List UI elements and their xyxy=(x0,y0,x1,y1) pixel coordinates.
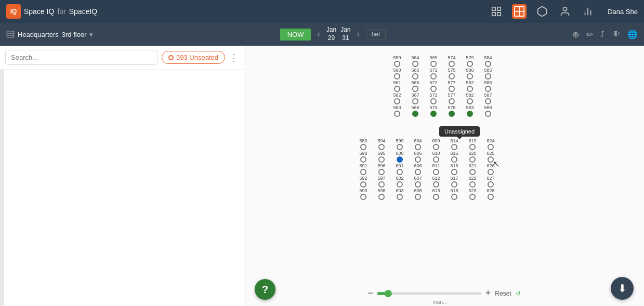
seat-item[interactable]: 627 xyxy=(483,176,498,188)
seat-item[interactable]: 594 xyxy=(374,138,389,150)
seat-label: 603 xyxy=(396,188,403,193)
zoom-slider[interactable] xyxy=(377,292,481,295)
seat-item[interactable]: 624 xyxy=(483,138,498,150)
unseated-badge[interactable]: 593 Unseated xyxy=(162,51,225,64)
seat-item[interactable]: 583 xyxy=(463,105,477,117)
seat-item[interactable]: 601 xyxy=(392,163,407,175)
seat-item[interactable]: 615 xyxy=(447,151,462,163)
seat-item[interactable]: 590 xyxy=(356,151,371,163)
seat-item[interactable]: 577 xyxy=(444,92,459,104)
seat-label: 587 xyxy=(484,92,492,98)
seat-item[interactable]: 588 xyxy=(481,105,495,117)
floor-dropdown-icon[interactable]: ▾ xyxy=(89,31,93,38)
box-icon[interactable] xyxy=(535,4,549,19)
share-tool-icon[interactable]: ⤴ xyxy=(600,30,604,39)
map-area[interactable]: 5595645695745795845605655715755805855615… xyxy=(244,46,644,306)
seat-item[interactable]: 605 xyxy=(411,151,425,163)
seat-item[interactable]: 561 xyxy=(390,80,404,92)
seat-item[interactable]: 566 xyxy=(408,80,423,92)
person-icon[interactable] xyxy=(558,4,572,19)
seat-item[interactable]: 610 xyxy=(429,151,443,163)
seat-item[interactable]: 620 xyxy=(465,151,480,163)
now-button[interactable]: NOW xyxy=(280,29,311,41)
seat-item[interactable]: 574 xyxy=(444,55,459,67)
seat-item[interactable]: 592 xyxy=(356,176,371,188)
seat-item[interactable]: 562 xyxy=(390,92,404,104)
seat-item[interactable]: 618 xyxy=(447,188,462,200)
seat-item[interactable]: 616 xyxy=(447,163,462,175)
seat-item[interactable]: 568 xyxy=(408,105,423,117)
seat-item[interactable]: 593 xyxy=(356,188,371,200)
seat-item[interactable]: 595 xyxy=(374,151,389,163)
seat-item[interactable]: 602 xyxy=(392,176,407,188)
seat-item[interactable]: 597 xyxy=(374,176,389,188)
seat-item[interactable]: 609 xyxy=(429,138,443,150)
seat-item[interactable]: 611 xyxy=(429,163,443,175)
seat-item[interactable]: 623 xyxy=(465,188,480,200)
seat-circle xyxy=(449,86,455,92)
seat-item[interactable]: 578 xyxy=(444,105,459,117)
seat-item[interactable]: 580 xyxy=(463,68,477,79)
seat-item[interactable]: 598 xyxy=(374,188,389,200)
seat-item[interactable]: 599 xyxy=(392,138,407,150)
seat-item[interactable]: 625 xyxy=(483,151,498,163)
help-button[interactable]: hel xyxy=(366,29,386,39)
seat-item[interactable]: 607 xyxy=(411,176,425,188)
globe-tool-icon[interactable]: 🌐 xyxy=(627,30,638,39)
seat-item[interactable]: 591 xyxy=(356,163,371,175)
edit-tool-icon[interactable]: ✏ xyxy=(586,30,593,39)
seat-item[interactable]: 589 xyxy=(356,138,371,150)
seat-item[interactable]: 559 xyxy=(390,55,404,67)
seat-item[interactable]: 585 xyxy=(481,68,495,79)
zoom-out-button[interactable]: − xyxy=(367,288,373,299)
seat-item[interactable]: 573 xyxy=(426,105,441,117)
seat-item[interactable]: 579 xyxy=(463,55,477,67)
search-input[interactable] xyxy=(5,50,157,65)
download-button[interactable]: ⬇ xyxy=(611,277,634,300)
seat-item[interactable]: 626 xyxy=(483,163,498,175)
seat-item[interactable]: 617 xyxy=(447,176,462,188)
cursor-tool-icon[interactable]: ⊕ xyxy=(572,30,579,39)
seat-item[interactable]: 584 xyxy=(481,55,495,67)
seat-item[interactable]: 565 xyxy=(408,68,423,79)
seat-item[interactable]: 582 xyxy=(463,92,477,104)
seat-item[interactable]: 586 xyxy=(481,80,495,92)
seat-item[interactable]: 572 xyxy=(426,92,441,104)
seat-item[interactable]: 596 xyxy=(374,163,389,175)
zoom-in-button[interactable]: + xyxy=(485,288,491,299)
seat-item[interactable]: 604 xyxy=(411,138,425,150)
seat-item[interactable]: 619 xyxy=(465,138,480,150)
seat-item[interactable]: 582 xyxy=(463,80,477,92)
seat-item[interactable]: 569 xyxy=(426,55,441,67)
seat-item[interactable]: 560 xyxy=(390,68,404,79)
seat-item[interactable]: 600 xyxy=(392,151,407,163)
floor-selector[interactable]: Headquarters 3rd floor ▾ xyxy=(6,30,93,38)
seat-item[interactable]: 563 xyxy=(390,105,404,117)
seat-item[interactable]: 622 xyxy=(465,176,480,188)
seat-item[interactable]: 577 xyxy=(444,80,459,92)
reset-button[interactable]: Reset xyxy=(495,290,511,297)
eye-tool-icon[interactable]: 👁 xyxy=(612,30,620,39)
floorplan-icon[interactable] xyxy=(512,4,527,19)
date-next-arrow[interactable]: › xyxy=(354,30,361,39)
seat-item[interactable]: 564 xyxy=(408,55,423,67)
seat-item[interactable]: 567 xyxy=(408,92,423,104)
buildings-icon[interactable] xyxy=(489,4,504,19)
seat-item[interactable]: 612 xyxy=(429,176,443,188)
seat-item[interactable]: 575 xyxy=(444,68,459,79)
seat-item[interactable]: 571 xyxy=(426,68,441,79)
seat-item[interactable]: 628 xyxy=(483,188,498,200)
seat-item[interactable]: 608 xyxy=(411,188,425,200)
seat-item[interactable]: 587 xyxy=(481,92,495,104)
seat-item[interactable]: 613 xyxy=(429,188,443,200)
chart-icon[interactable] xyxy=(581,4,595,19)
date-prev-arrow[interactable]: ‹ xyxy=(315,30,322,39)
seat-item[interactable]: 621 xyxy=(465,163,480,175)
seat-item[interactable]: 572 xyxy=(426,80,441,92)
seat-label: 563 xyxy=(393,105,401,110)
more-options-icon[interactable]: ⋮ xyxy=(229,52,239,63)
seat-item[interactable]: 603 xyxy=(392,188,407,200)
help-circle-button[interactable]: ? xyxy=(255,279,275,300)
zoom-slider-thumb[interactable] xyxy=(385,290,392,297)
seat-item[interactable]: 606 xyxy=(411,163,425,175)
